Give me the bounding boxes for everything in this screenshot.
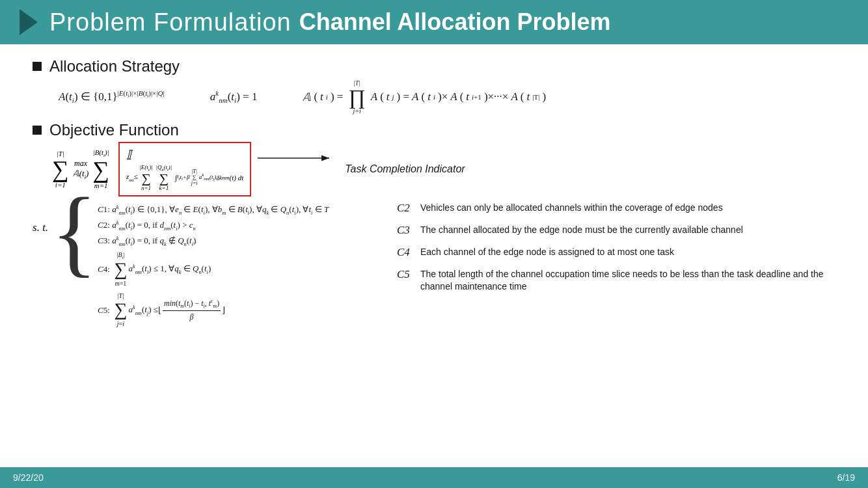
right-constraints: C2 Vehicles can only be allocated channe… (397, 202, 835, 331)
objective-bullet-icon (33, 126, 42, 135)
c5-label: C5 (397, 268, 415, 281)
right-c4-row: C4 Each channel of the edge node is assi… (397, 246, 835, 259)
footer-page: 6/19 (837, 472, 855, 483)
constraint-c3: C3: aknm(ti) = 0, if qk ∉ Qn(ti) (98, 234, 329, 249)
c3-label: C3 (397, 224, 415, 237)
constraint-c4: C4: |Bi| ∑ m=1 aknm(ti) ≤ 1, ∀qk ∈ Qn(ti… (98, 250, 329, 289)
right-c5-row: C5 The total length of the channel occup… (397, 268, 835, 293)
constraints-area: s. t. { C1: aknm(ti) ∈ {0,1}, ∀en ∈ E(ti… (33, 202, 835, 331)
c4-text: Each channel of the edge node is assigne… (420, 246, 674, 259)
c5-text: The total length of the channel occupati… (420, 268, 835, 293)
constraint-c2: C2: aknm(ti) = 0, if dnm(ti) > cn (98, 219, 329, 233)
max-over-A: max 𝔸(ti) (73, 159, 89, 180)
header-title-light: Problem Formulation (49, 8, 292, 36)
header: Problem Formulation Channel Allocation P… (0, 0, 868, 44)
header-title-bold: Channel Allocation Problem (299, 8, 611, 36)
main-content: Allocation Strategy A(ti) ∈ {0,1}|E(ti)|… (0, 44, 868, 467)
footer-date: 9/22/20 (13, 472, 44, 483)
constraints-list: C1: aknm(ti) ∈ {0,1}, ∀en ∈ E(ti), ∀bm ∈… (98, 203, 329, 331)
left-constraints: s. t. { C1: aknm(ti) ∈ {0,1}, ∀en ∈ E(ti… (33, 202, 371, 331)
c3-text: The channel allocated by the edge node m… (420, 224, 743, 237)
right-c3-row: C3 The channel allocated by the edge nod… (397, 224, 835, 237)
task-completion-indicator: 𝕀 zmi≤ |E(ti)| ∑ n=1 |Qn(ti)| ∑ k=1 ∫tit… (118, 142, 251, 197)
alloc-formula-1: A(ti) ∈ {0,1}|E(ti)|×|B(ti)|×|Q| (59, 89, 165, 104)
alloc-formula-3: 𝔸(ti) = |T| ∏ j=i A(tj) = A(ti)×A(ti+1)×… (303, 79, 546, 115)
constraint-c5: C5: |T| ∑ j=i aknm(tj) ≤ ⌊ min(tm(ti) − … (98, 291, 329, 329)
bullet-icon (33, 62, 42, 71)
objective-formula-row: |T| ∑ i=1 max 𝔸(ti) |B(ti)| ∑ m=1 𝕀 zmi≤… (52, 142, 835, 197)
st-block: s. t. { C1: aknm(ti) ∈ {0,1}, ∀en ∈ E(ti… (33, 202, 371, 331)
objective-heading: Objective Function (33, 121, 835, 139)
task-completion-label: Task Completion Indicator (345, 163, 465, 175)
indicator-box-container: 𝕀 zmi≤ |E(ti)| ∑ n=1 |Qn(ti)| ∑ k=1 ∫tit… (112, 142, 258, 197)
c4-label: C4 (397, 246, 415, 259)
st-label: s. t. (33, 221, 48, 234)
objective-label: Objective Function (49, 121, 179, 139)
alloc-formula-2: aknm(ti) = 1 (210, 89, 258, 104)
annotation-arrow-icon (258, 148, 336, 168)
brace-icon: { (51, 195, 98, 269)
c2-text: Vehicles can only be allocated channels … (420, 202, 723, 215)
allocation-formulas: A(ti) ∈ {0,1}|E(ti)|×|B(ti)|×|Q| aknm(ti… (59, 79, 835, 115)
allocation-heading: Allocation Strategy (33, 57, 835, 75)
header-triangle-icon (20, 9, 38, 35)
c2-label: C2 (397, 202, 415, 215)
allocation-label: Allocation Strategy (49, 57, 180, 75)
right-c2-row: C2 Vehicles can only be allocated channe… (397, 202, 835, 215)
footer: 9/22/20 6/19 (0, 467, 868, 488)
constraint-c1: C1: aknm(ti) ∈ {0,1}, ∀en ∈ E(ti), ∀bm ∈… (98, 203, 329, 217)
